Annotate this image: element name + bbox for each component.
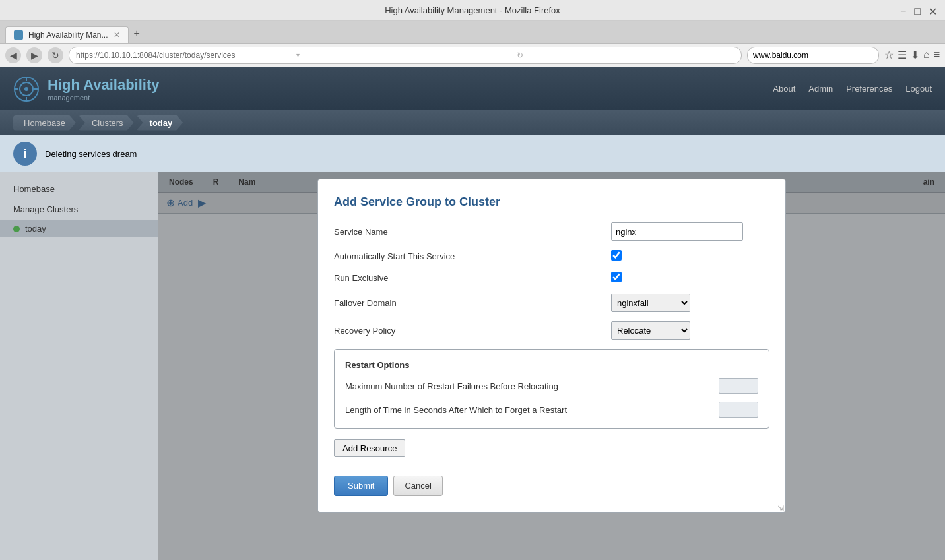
restart-options-legend: Restart Options — [345, 360, 758, 370]
close-button[interactable]: ✕ — [929, 5, 937, 18]
info-message: Deleting services dream — [45, 149, 137, 159]
breadcrumb-clusters[interactable]: Clusters — [79, 115, 134, 131]
url-dropdown-icon[interactable]: ▾ — [296, 51, 514, 59]
app-nav: About Admin Preferences Logout — [773, 84, 932, 94]
back-button[interactable]: ◀ — [5, 47, 21, 63]
modal-overlay: Add Service Group to Cluster Service Nam… — [158, 172, 945, 560]
forget-time-label: Length of Time in Seconds After Which to… — [345, 405, 719, 415]
app-subtitle: management — [48, 94, 160, 102]
minimize-button[interactable]: − — [900, 5, 906, 18]
info-bar: i Deleting services dream — [0, 135, 945, 172]
add-resource-button[interactable]: Add Resource — [334, 439, 405, 457]
browser-title: High Availability Management - Mozilla F… — [385, 5, 560, 15]
tab-close-icon[interactable]: ✕ — [114, 30, 120, 40]
tab-label: High Availability Man... — [28, 30, 108, 40]
new-tab-button[interactable]: + — [129, 24, 145, 43]
max-failures-row: Maximum Number of Restart Failures Befor… — [345, 378, 758, 394]
url-text: https://10.10.10.1:8084/cluster/today/se… — [76, 51, 294, 60]
auto-start-row: Automatically Start This Service — [334, 250, 769, 263]
reload-button[interactable]: ↻ — [48, 47, 63, 63]
run-exclusive-checkbox[interactable] — [611, 272, 622, 282]
failover-domain-select[interactable]: nginxfail — [611, 294, 690, 312]
sidebar: Homebase Manage Clusters today — [0, 172, 158, 560]
logo-icon — [13, 76, 40, 102]
logout-link[interactable]: Logout — [905, 84, 932, 94]
add-service-modal: Add Service Group to Cluster Service Nam… — [317, 179, 786, 513]
service-name-label: Service Name — [334, 227, 611, 237]
tab-favicon — [14, 30, 23, 40]
recovery-policy-select[interactable]: Relocate Restart Disable — [611, 321, 690, 340]
reload-url-icon[interactable]: ↻ — [517, 51, 734, 60]
page-icon[interactable]: ☰ — [897, 49, 907, 61]
about-link[interactable]: About — [773, 84, 795, 94]
service-name-row: Service Name — [334, 222, 769, 241]
admin-link[interactable]: Admin — [808, 84, 833, 94]
recovery-policy-label: Recovery Policy — [334, 326, 611, 336]
auto-start-label: Automatically Start This Service — [334, 251, 611, 261]
max-failures-label: Maximum Number of Restart Failures Befor… — [345, 381, 719, 391]
forget-time-input[interactable] — [719, 402, 758, 418]
menu-icon[interactable]: ≡ — [934, 49, 940, 61]
info-icon: i — [13, 142, 37, 166]
preferences-link[interactable]: Preferences — [846, 84, 892, 94]
svg-point-2 — [24, 87, 28, 91]
resize-handle[interactable]: ⇲ — [777, 504, 784, 511]
restart-options-group: Restart Options Maximum Number of Restar… — [334, 349, 769, 429]
service-name-input[interactable] — [611, 222, 743, 241]
run-exclusive-label: Run Exclusive — [334, 273, 611, 283]
app-title: High Availability — [48, 77, 160, 94]
sidebar-cluster-today[interactable]: today — [0, 220, 158, 237]
modal-footer: Submit Cancel — [334, 470, 769, 496]
content-area: Nodes R Nam ain ⊕ Add ▶ Add Service Grou… — [158, 172, 945, 560]
recovery-policy-row: Recovery Policy Relocate Restart Disable — [334, 321, 769, 340]
run-exclusive-row: Run Exclusive — [334, 272, 769, 284]
sidebar-item-manage-clusters[interactable]: Manage Clusters — [0, 199, 158, 220]
app-logo: High Availability management — [13, 76, 160, 102]
auto-start-checkbox[interactable] — [611, 250, 622, 261]
failover-domain-row: Failover Domain nginxfail — [334, 294, 769, 312]
sidebar-item-homebase[interactable]: Homebase — [0, 179, 158, 199]
max-failures-input[interactable] — [719, 378, 758, 394]
bookmark-icon[interactable]: ☆ — [884, 49, 894, 61]
search-input[interactable] — [747, 47, 879, 64]
download-icon[interactable]: ⬇ — [911, 49, 919, 61]
cluster-status-dot — [13, 226, 20, 232]
submit-button[interactable]: Submit — [334, 476, 388, 496]
breadcrumb-homebase[interactable]: Homebase — [13, 115, 76, 131]
breadcrumb: Homebase Clusters today — [0, 110, 945, 135]
home-icon[interactable]: ⌂ — [923, 49, 930, 61]
forward-button[interactable]: ▶ — [26, 47, 42, 63]
forget-time-row: Length of Time in Seconds After Which to… — [345, 402, 758, 418]
modal-title: Add Service Group to Cluster — [334, 195, 769, 209]
cancel-button[interactable]: Cancel — [393, 476, 442, 496]
breadcrumb-today[interactable]: today — [137, 115, 183, 131]
restore-button[interactable]: □ — [914, 5, 921, 18]
failover-domain-label: Failover Domain — [334, 298, 611, 308]
